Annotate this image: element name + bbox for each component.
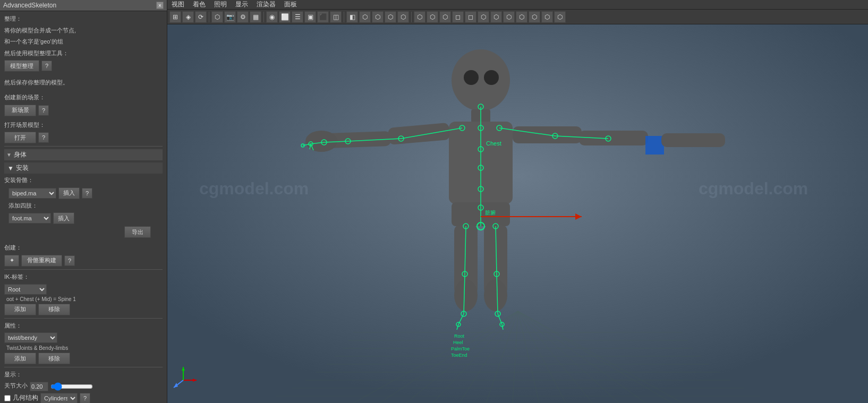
menu-shading[interactable]: 着色 — [189, 0, 210, 10]
svg-text:Heel: Heel — [453, 340, 463, 345]
toolbar-btn-18[interactable]: ⬡ — [397, 11, 409, 23]
toolbar-sep-2 — [263, 12, 264, 22]
install-arrow-icon: ▼ — [7, 165, 14, 172]
prop-dropdown[interactable]: twist/bendy stretch IK/FK — [4, 332, 57, 343]
svg-rect-36 — [645, 136, 664, 155]
insert-skeleton-button[interactable]: 插入 — [58, 187, 80, 199]
body-section-header[interactable]: ▼ 身体 — [4, 149, 163, 160]
menu-panel[interactable]: 面板 — [280, 0, 301, 10]
svg-text:Chest: Chest — [486, 140, 501, 147]
toolbar-btn-27[interactable]: ⬡ — [516, 11, 527, 23]
skeleton-dropdown[interactable]: biped.ma quadruped.ma bird.ma — [8, 188, 56, 199]
add-ik-button[interactable]: 添加 — [4, 304, 36, 315]
geo-dropdown[interactable]: Cylinders Boxes None — [40, 393, 78, 403]
body-arrow-icon: ▼ — [6, 152, 12, 158]
new-scene-row: 新场景 ? — [4, 105, 163, 116]
model-tidy-help[interactable]: ? — [41, 61, 52, 71]
toolbar-btn-10[interactable]: ☰ — [292, 11, 303, 23]
svg-rect-37 — [661, 133, 725, 147]
toolbar-btn-22[interactable]: ◻ — [452, 11, 464, 23]
toolbar-btn-15[interactable]: ⬡ — [359, 11, 371, 23]
geo-help[interactable]: ? — [80, 393, 90, 403]
menu-renderer[interactable]: 渲染器 — [252, 0, 280, 10]
toolbar-btn-19[interactable]: ⬡ — [414, 11, 426, 23]
toolbar-btn-25[interactable]: ⬡ — [490, 11, 502, 23]
open-scene-row: 打开 ? — [4, 132, 163, 143]
install-subsection-header[interactable]: ▼ 安装 — [4, 162, 163, 174]
toolbar-btn-9[interactable]: ⬜ — [279, 11, 291, 23]
bone-icon-button[interactable]: ✦ — [4, 255, 19, 267]
toolbar-btn-11[interactable]: ▣ — [304, 11, 316, 23]
panel-close-button[interactable]: × — [156, 2, 164, 9]
toolbar-btn-30[interactable]: ⬡ — [554, 11, 566, 23]
insert-skeleton-help[interactable]: ? — [82, 188, 92, 199]
bone-icon: ✦ — [10, 257, 14, 263]
model-tidy-row: 模型整理 ? — [4, 60, 163, 72]
svg-point-25 — [452, 49, 510, 111]
toolbar-btn-1[interactable]: ⊞ — [169, 11, 181, 23]
ik-label-section: IK-标签： — [4, 272, 163, 282]
toolbar-btn-6[interactable]: ⚙ — [237, 11, 249, 23]
new-scene-button[interactable]: 新场景 — [4, 105, 36, 116]
toolbar-btn-17[interactable]: ⬡ — [385, 11, 396, 23]
toolbar-btn-13[interactable]: ◫ — [330, 11, 342, 23]
menu-lighting[interactable]: 照明 — [210, 0, 231, 10]
toolbar-btn-24[interactable]: ⬡ — [478, 11, 489, 23]
menubar: 视图 着色 照明 显示 渲染器 面板 — [167, 0, 868, 10]
joint-size-row: 关节大小 0.20 — [4, 382, 163, 391]
toolbar-btn-7[interactable]: ▦ — [250, 11, 261, 23]
svg-point-26 — [464, 70, 479, 85]
toolbar-btn-16[interactable]: ⬡ — [372, 11, 384, 23]
rebuild-button[interactable]: 骨骼重构建 — [21, 255, 62, 267]
viewport: 视图 着色 照明 显示 渲染器 面板 ⊞ ◈ ⟳ ⬡ 📷 ⚙ ▦ ◉ ⬜ ☰ ▣… — [167, 0, 868, 403]
geo-struct-checkbox[interactable] — [4, 395, 11, 401]
rebuild-help[interactable]: ? — [64, 255, 75, 266]
model-tidy-button[interactable]: 模型整理 — [4, 60, 39, 72]
toolbar-btn-3[interactable]: ⟳ — [195, 11, 207, 23]
skeleton-row: biped.ma quadruped.ma bird.ma 插入 ? — [4, 187, 163, 199]
toolbar-btn-26[interactable]: ⬡ — [503, 11, 515, 23]
open-help[interactable]: ? — [38, 132, 49, 143]
joint-size-input[interactable]: 0.20 — [30, 382, 48, 391]
instructions-section: 整理： 将你的模型合并成一个节点, 和一个名字是'geo'的组 然后使用模型整理… — [4, 14, 163, 58]
export-button[interactable]: 导出 — [124, 226, 151, 238]
toolbar-btn-4[interactable]: ⬡ — [211, 11, 223, 23]
open-button[interactable]: 打开 — [4, 132, 36, 143]
toolbar-btn-21[interactable]: ⬡ — [439, 11, 451, 23]
toolbar-sep-4 — [411, 12, 412, 22]
toolbar-btn-29[interactable]: ⬡ — [541, 11, 553, 23]
open-scene-label: 打开场景模型： — [4, 121, 163, 130]
toolbar-btn-8[interactable]: ◉ — [266, 11, 278, 23]
panel-content: 整理： 将你的模型合并成一个节点, 和一个名字是'geo'的组 然后使用模型整理… — [0, 11, 167, 403]
instruction-line1: 将你的模型合并成一个节点, — [4, 26, 163, 36]
save-label: 然后保存你整理的模型。 — [4, 78, 163, 88]
scene-svg: Chest 脏腑 Root Heel PalmToe ToeEnd cgmode… — [167, 24, 868, 403]
ik-dropdown[interactable]: Root Spine1 Chest — [4, 284, 47, 295]
insert-limb-button[interactable]: 插入 — [53, 212, 74, 224]
left-panel: AdvancedSkeleton × 整理： 将你的模型合并成一个节点, 和一个… — [0, 0, 167, 403]
add-prop-button[interactable]: 添加 — [4, 353, 36, 364]
geo-struct-label: 几何结构 — [13, 393, 38, 402]
limb-dropdown[interactable]: foot.ma hand.ma wing.ma — [8, 213, 51, 224]
toolbar-sep-1 — [209, 12, 209, 22]
toolbar-btn-20[interactable]: ⬡ — [427, 11, 438, 23]
toolbar-btn-12[interactable]: ⬛ — [317, 11, 329, 23]
ik-desc: oot + Chest (+ Mid) = Spine 1 — [4, 296, 163, 302]
menu-view[interactable]: 视图 — [167, 0, 189, 10]
svg-point-27 — [484, 70, 499, 85]
joint-size-label: 关节大小 — [4, 382, 28, 390]
toolbar-btn-14[interactable]: ◧ — [346, 11, 358, 23]
toolbar-btn-28[interactable]: ⬡ — [529, 11, 540, 23]
new-scene-help[interactable]: ? — [38, 105, 49, 116]
remove-prop-button[interactable]: 移除 — [38, 353, 70, 364]
toolbar-btn-2[interactable]: ◈ — [182, 11, 194, 23]
svg-rect-0 — [167, 24, 868, 403]
toolbar-btn-5[interactable]: 📷 — [224, 11, 236, 23]
add-limbs-label: 添加四肢： — [4, 201, 163, 211]
instructions-title: 整理： — [4, 14, 163, 24]
toolbar-btn-23[interactable]: ◻ — [465, 11, 476, 23]
menu-show[interactable]: 显示 — [231, 0, 252, 10]
remove-ik-button[interactable]: 移除 — [38, 304, 70, 315]
joint-size-slider[interactable] — [50, 382, 93, 391]
ik-dropdown-row: Root Spine1 Chest — [4, 284, 163, 295]
